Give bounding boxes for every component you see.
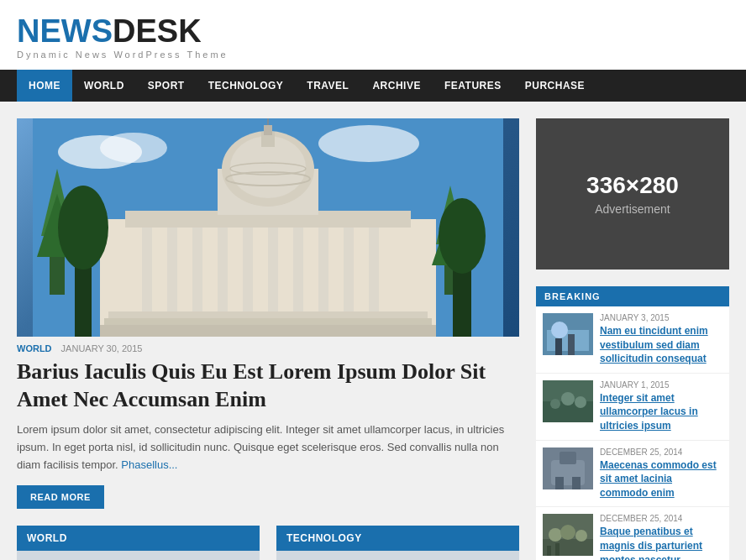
svg-rect-14	[218, 223, 228, 311]
main-column: WORLD JANUARY 30, 2015 Barius Iaculis Qu…	[17, 118, 519, 560]
nav-item-travel[interactable]: TRAVEL	[295, 70, 360, 102]
ad-size: 336×280	[586, 172, 679, 199]
category-cards: WORLD TECHNOLOGY	[17, 526, 519, 560]
nav-item-archive[interactable]: ARCHIVE	[360, 70, 433, 102]
category-card-technology: TECHNOLOGY	[276, 526, 519, 560]
logo-desk: DESK	[113, 15, 202, 47]
svg-point-54	[549, 528, 562, 542]
breaking-item: JANUARY 1, 2015 Integer sit amet ullamco…	[536, 374, 729, 441]
breaking-text-4: DECEMBER 25, 2014 Baque penatibus et mag…	[600, 514, 722, 560]
featured-image	[17, 118, 519, 337]
svg-point-55	[560, 525, 575, 540]
breaking-date-2: JANUARY 1, 2015	[600, 380, 722, 390]
svg-rect-15	[243, 223, 253, 311]
ad-label: Advertisement	[595, 202, 670, 216]
breaking-item: DECEMBER 25, 2014 Maecenas commodo est s…	[536, 441, 729, 508]
breaking-item: DECEMBER 25, 2014 Baque penatibus et mag…	[536, 507, 729, 560]
svg-point-3	[318, 125, 419, 162]
main-nav: HOME WORLD SPORT TECHNOLOGY TRAVEL ARCHI…	[0, 70, 746, 102]
breaking-thumb-2	[543, 380, 593, 422]
svg-rect-19	[344, 223, 354, 311]
nav-link-features[interactable]: FEATURES	[433, 70, 513, 102]
logo-tagline: Dynamic News WordPress Theme	[17, 50, 729, 60]
site-header: NEWSDESK Dynamic News WordPress Theme	[0, 0, 746, 70]
svg-rect-58	[555, 543, 560, 556]
nav-item-home[interactable]: HOME	[17, 70, 72, 102]
ad-block: 336×280 Advertisement	[536, 118, 729, 270]
article-meta: WORLD JANUARY 30, 2015	[17, 343, 519, 353]
breaking-item: JANUARY 3, 2015 Nam eu tincidunt enim ve…	[536, 306, 729, 374]
nav-item-features[interactable]: FEATURES	[433, 70, 513, 102]
svg-rect-18	[318, 223, 328, 311]
svg-rect-10	[100, 325, 436, 337]
breaking-text-3: DECEMBER 25, 2014 Maecenas commodo est s…	[600, 447, 722, 500]
svg-rect-57	[547, 546, 551, 556]
svg-point-44	[561, 392, 575, 406]
breaking-title-4[interactable]: Baque penatibus et magnis dis parturient…	[600, 526, 702, 560]
breaking-title-2[interactable]: Integer sit amet ullamcorper lacus in ul…	[600, 392, 698, 432]
svg-rect-17	[293, 223, 303, 311]
breaking-title-1[interactable]: Nam eu tincidunt enim vestibulum sed dia…	[600, 325, 708, 364]
article-title: Barius Iaculis Quis Eu Est Lorem Ipsum D…	[17, 359, 519, 413]
breaking-date-4: DECEMBER 25, 2014	[600, 514, 722, 523]
svg-rect-13	[192, 223, 202, 311]
nav-link-archive[interactable]: ARCHIVE	[360, 70, 433, 102]
breaking-header: BREAKING	[536, 286, 729, 306]
article-date: JANUARY 30, 2015	[61, 343, 143, 353]
svg-rect-41	[568, 334, 575, 355]
breaking-thumb-4	[543, 514, 593, 556]
nav-item-technology[interactable]: TECHNOLOGY	[197, 70, 296, 102]
svg-rect-40	[555, 338, 562, 355]
logo-news: NEWS	[17, 15, 113, 47]
svg-point-45	[550, 399, 560, 409]
nav-link-travel[interactable]: TRAVEL	[295, 70, 360, 102]
category-card-technology-header[interactable]: TECHNOLOGY	[276, 526, 519, 551]
nav-link-world[interactable]: WORLD	[72, 70, 136, 102]
svg-point-2	[100, 133, 167, 163]
breaking-list: JANUARY 3, 2015 Nam eu tincidunt enim ve…	[536, 306, 729, 560]
breaking-text-1: JANUARY 3, 2015 Nam eu tincidunt enim ve…	[600, 313, 722, 366]
svg-rect-20	[369, 223, 379, 311]
nav-link-technology[interactable]: TECHNOLOGY	[197, 70, 296, 102]
svg-rect-11	[142, 223, 152, 311]
category-card-world-body	[17, 551, 260, 560]
nav-link-sport[interactable]: SPORT	[136, 70, 197, 102]
nav-item-world[interactable]: WORLD	[72, 70, 136, 102]
svg-rect-12	[167, 223, 177, 311]
sidebar: 336×280 Advertisement BREAKING	[536, 118, 729, 560]
article-excerpt: Lorem ipsum dolor sit amet, consectetur …	[17, 421, 519, 474]
breaking-date-3: DECEMBER 25, 2014	[600, 447, 722, 457]
svg-rect-51	[572, 477, 581, 489]
nav-link-home[interactable]: HOME	[17, 70, 72, 102]
nav-link-purchase[interactable]: PURCHASE	[513, 70, 596, 102]
svg-point-36	[439, 198, 486, 274]
svg-rect-16	[268, 223, 278, 311]
svg-point-56	[575, 530, 587, 542]
category-card-world: WORLD	[17, 526, 260, 560]
svg-rect-28	[264, 125, 272, 135]
nav-item-purchase[interactable]: PURCHASE	[513, 70, 596, 102]
breaking-text-2: JANUARY 1, 2015 Integer sit amet ullamco…	[600, 380, 722, 433]
svg-rect-50	[555, 477, 564, 489]
svg-rect-49	[560, 452, 576, 464]
svg-point-46	[575, 396, 586, 408]
breaking-title-3[interactable]: Maecenas commodo est sit amet lacinia co…	[600, 459, 717, 499]
site-logo: NEWSDESK	[17, 15, 729, 47]
breaking-thumb-3	[543, 447, 593, 489]
breaking-section: BREAKING	[536, 286, 729, 560]
category-card-world-header[interactable]: WORLD	[17, 526, 260, 551]
read-more-button[interactable]: READ MORE	[17, 485, 104, 509]
svg-point-39	[551, 322, 568, 338]
category-card-technology-body	[276, 551, 519, 560]
breaking-date-1: JANUARY 3, 2015	[600, 313, 722, 322]
svg-point-34	[58, 186, 108, 270]
article-category[interactable]: WORLD	[17, 343, 52, 353]
phasellus-link[interactable]: Phasellus...	[121, 458, 177, 471]
featured-image-wrap	[17, 118, 519, 337]
breaking-thumb-1	[543, 313, 593, 355]
nav-item-sport[interactable]: SPORT	[136, 70, 197, 102]
